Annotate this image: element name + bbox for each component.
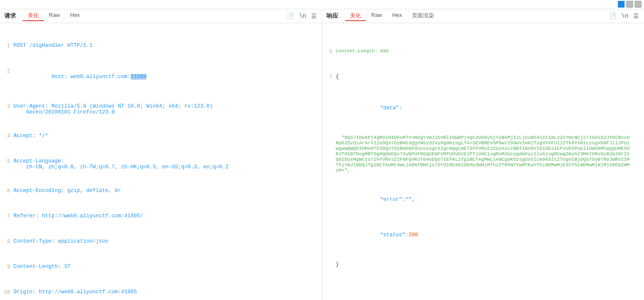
resp-status-line: “status”:200 — [336, 226, 644, 244]
status-key: “status”: — [374, 232, 409, 238]
tab-raw-req[interactable]: Raw — [44, 11, 65, 21]
req-line-9: 9 Content-Length: 37 — [0, 264, 322, 271]
response-code: 6 Content-Length: 888 7 { “data”: “DQo7I… — [322, 25, 644, 287]
resp-newline-icon[interactable]: \n — [620, 12, 629, 20]
error-key: “error”:“”, — [374, 197, 415, 203]
req-line-8: 8 Content-Type: application/json — [0, 238, 322, 246]
req-line-1: 1 POST /digHandler HTTP/1.1 — [0, 43, 322, 50]
resp-doc-icon[interactable]: 📄 — [608, 12, 617, 21]
tab-hex-req[interactable]: Hex — [65, 11, 85, 21]
req-line-2: 2 Host: web0.aliyunctf.com:31680 — [0, 68, 322, 86]
main-panels: 请求 美化 Raw Hex 📄 \n ☰ 1 POST /digHandler … — [0, 9, 644, 300]
resp-line-num-close — [322, 262, 332, 262]
close-button[interactable] — [635, 1, 641, 8]
window-controls — [618, 1, 641, 8]
doc-icon[interactable]: 📄 — [286, 12, 295, 21]
response-panel: 响应 美化 Raw Hex 页面渲染 📄 \n ☰ 6 Content-Leng… — [322, 9, 644, 300]
line-num-9: 9 — [0, 264, 10, 270]
req-line-10: 10 Origin: http://web0.aliyunctf.com:418… — [0, 289, 322, 297]
maximize-button[interactable] — [626, 1, 633, 8]
response-content[interactable]: 6 Content-Length: 888 7 { “data”: “DQo7I… — [322, 23, 644, 300]
resp-line-7: 7 { — [322, 74, 644, 81]
tab-raw-resp[interactable]: Raw — [366, 11, 387, 21]
request-title: 请求 — [4, 12, 16, 20]
req-line-8-content: Content-Type: application/json — [13, 238, 322, 244]
host-port: 31680 — [131, 74, 147, 80]
resp-status-content: “status”:200 — [336, 226, 644, 244]
req-line-7-content: Referer: http://web0.aliyunctf.com:41805… — [13, 213, 322, 219]
line-num-6: 6 — [0, 188, 10, 194]
tab-beautify-resp[interactable]: 美化 — [345, 11, 366, 21]
req-line-2-content: Host: web0.aliyunctf.com:31680 — [13, 68, 322, 86]
tab-hex-resp[interactable]: Hex — [387, 11, 407, 21]
menu-icon[interactable]: ☰ — [310, 12, 318, 21]
status-val: 200 — [409, 232, 418, 238]
line-num-5: 5 — [0, 158, 10, 165]
req-line-9-content: Content-Length: 37 — [13, 264, 322, 270]
line-num-3: 3 — [0, 103, 10, 110]
resp-menu-icon[interactable]: ☰ — [633, 12, 640, 21]
line-num-4: 4 — [0, 133, 10, 139]
response-title: 响应 — [326, 12, 338, 20]
newline-icon[interactable]: \n — [298, 12, 307, 20]
response-tabs: 美化 Raw Hex 页面渲染 — [345, 11, 608, 21]
response-header: 响应 美化 Raw Hex 页面渲染 📄 \n ☰ — [322, 9, 644, 23]
line-num-2: 2 — [0, 68, 10, 74]
line-num-10: 10 — [0, 289, 10, 295]
req-line-10-content: Origin: http://web0.aliyunctf.com:41805 — [13, 289, 322, 295]
resp-line-num-6: 6 — [322, 49, 332, 55]
resp-line-7-content: { — [336, 74, 644, 80]
req-line-5-content: Accept-Language: zh-CN, zh;q=0.8, zh-TW;… — [13, 158, 322, 170]
req-line-4-content: Accept: */* — [13, 133, 322, 139]
line-num-1: 1 — [0, 43, 10, 49]
req-line-5: 5 Accept-Language: zh-CN, zh;q=0.8, zh-T… — [0, 158, 322, 170]
request-header: 请求 美化 Raw Hex 📄 \n ☰ — [0, 9, 322, 23]
req-line-4: 4 Accept: */* — [0, 133, 322, 141]
resp-long-str-line: “DQo7IDw8Pj4gRG1HIDkuMTYuNDgtVWJ1bnRlIDw… — [336, 135, 644, 173]
resp-data-line: “data”: — [336, 99, 644, 117]
resp-line-6: 6 Content-Length: 888 — [322, 49, 644, 56]
request-panel: 请求 美化 Raw Hex 📄 \n ☰ 1 POST /digHandler … — [0, 9, 322, 300]
resp-error-line: “error”:“”, — [336, 191, 644, 208]
resp-close-content: } — [336, 262, 644, 268]
resp-long-str-content: “DQo7IDw8Pj4gRG1HIDkuMTYuNDgtVWJ1bnRlIDw… — [336, 135, 631, 173]
request-code: 1 POST /digHandler HTTP/1.1 2 Host: web0… — [0, 25, 322, 300]
host-key: Host: web0.aliyunctf.com: — [51, 74, 131, 80]
resp-data-content: “data”: — [336, 99, 644, 117]
request-actions: 📄 \n ☰ — [286, 12, 318, 21]
response-actions: 📄 \n ☰ — [608, 12, 640, 21]
req-line-1-content: POST /digHandler HTTP/1.1 — [13, 43, 322, 49]
request-content[interactable]: 1 POST /digHandler HTTP/1.1 2 Host: web0… — [0, 23, 322, 300]
req-line-3-content: User-Agent: Mozilla/5.0 (Windows NT 10.0… — [13, 103, 322, 115]
tab-beautify-req[interactable]: 美化 — [23, 11, 44, 21]
req-line-3: 3 User-Agent: Mozilla/5.0 (Windows NT 10… — [0, 103, 322, 115]
line-num-8: 8 — [0, 238, 10, 245]
resp-close-line: } — [322, 262, 644, 269]
data-key: “data”: — [374, 105, 402, 111]
resp-error-content: “error”:“”, — [336, 191, 644, 208]
line-num-7: 7 — [0, 213, 10, 219]
resp-line-6-content: Content-Length: 888 — [336, 49, 644, 54]
req-line-6-content: Accept-Encoding: gzip, deflate, br — [13, 188, 322, 194]
req-line-6: 6 Accept-Encoding: gzip, deflate, br — [0, 188, 322, 195]
request-tabs: 美化 Raw Hex — [23, 11, 286, 21]
top-bar — [0, 0, 644, 9]
req-line-7: 7 Referer: http://web0.aliyunctf.com:418… — [0, 213, 322, 221]
tab-render-resp[interactable]: 页面渲染 — [407, 11, 439, 21]
resp-line-num-7: 7 — [322, 74, 332, 80]
minimize-button[interactable] — [618, 1, 625, 8]
